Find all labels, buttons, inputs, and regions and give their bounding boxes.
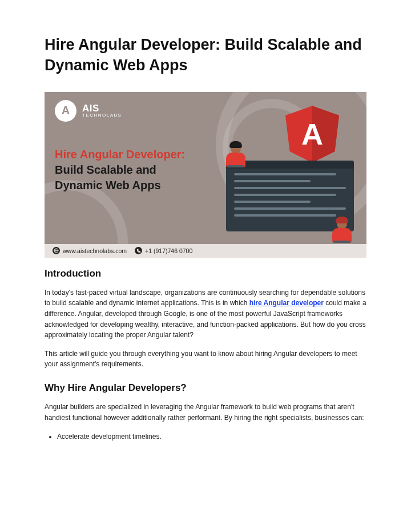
document-page: Hire Angular Developer: Build Scalable a… [0,0,411,466]
logo-mark-icon: A [55,100,76,122]
banner-headline: Hire Angular Developer: Build Scalable a… [55,147,198,193]
angular-shield-icon: A [285,106,339,163]
why-hire-paragraph: Angular builders are specialized in leve… [45,402,366,423]
logo-name: AIS [82,103,122,113]
brand-logo: A AIS TECHNOLABS [55,100,122,122]
developer-illustration [226,141,245,167]
list-item: Accelerate development timelines. [57,431,366,442]
headline-accent: Hire Angular Developer: [55,148,185,161]
website-text: www.aistechnolabs.com [63,247,127,254]
headline-rest: Build Scalable and Dynamic Web Apps [55,163,161,191]
developer-illustration [332,217,352,243]
page-title: Hire Angular Developer: Build Scalable a… [45,34,366,76]
intro-paragraph-2: This article will guide you through ever… [45,349,366,370]
phone-icon [135,247,142,254]
hero-banner: A AIS TECHNOLABS Hire Angular Developer:… [45,92,366,258]
website-item: www.aistechnolabs.com [53,247,127,254]
section-heading-why-hire: Why Hire Angular Developers? [45,382,366,394]
section-heading-introduction: Introduction [45,268,366,279]
logo-text-block: AIS TECHNOLABS [82,103,122,118]
logo-subtext: TECHNOLABS [82,113,122,118]
phone-text: +1 (917)746 0700 [145,247,192,254]
intro-paragraph-1: In today's fast-paced virtual landscape,… [45,287,366,341]
phone-item: +1 (917)746 0700 [135,247,192,254]
benefits-list: Accelerate development timelines. [57,431,366,442]
banner-contact-bar: www.aistechnolabs.com +1 (917)746 0700 [45,244,366,258]
globe-icon [53,247,60,254]
shield-letter: A [301,117,323,151]
hire-angular-developer-link[interactable]: hire Angular developer [249,299,324,307]
